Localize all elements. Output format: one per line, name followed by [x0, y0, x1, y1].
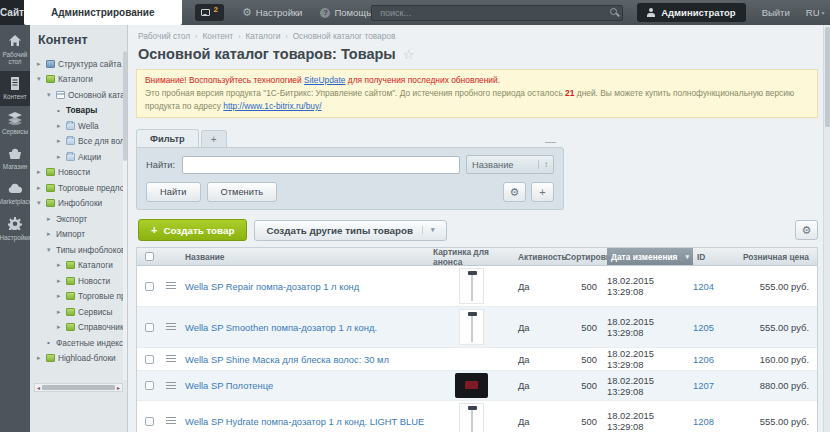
sort-direction-icon[interactable]: ▾	[680, 253, 689, 261]
sidebar-item[interactable]: ▸Справочники	[30, 320, 127, 336]
language-selector[interactable]: RU ▾	[806, 7, 825, 18]
closed-expander-icon[interactable]: ▸	[37, 184, 46, 192]
sidebar-item[interactable]: ▾Инфоблоки	[30, 196, 127, 212]
sidebar-item[interactable]: ▸Структура сайта	[30, 56, 127, 72]
sidebar-item[interactable]: ▸Каталоги	[30, 258, 127, 274]
buy-link[interactable]: http://www.1c-bitrix.ru/buy/	[223, 101, 321, 111]
filter-field-select[interactable]: Название ↕	[466, 155, 554, 174]
tree-vertical-scrollbar[interactable]	[123, 51, 127, 380]
filter-settings-button[interactable]: ⚙	[503, 182, 526, 202]
sidebar-item[interactable]: ▸Экспорт	[30, 211, 127, 227]
row-menu-icon[interactable]	[166, 323, 176, 331]
column-header-date-sorted[interactable]: Дата изменения ▾	[607, 248, 693, 265]
product-name-link[interactable]: Wella SP Repair помпа-дозатор 1 л конд	[185, 281, 359, 292]
closed-expander-icon[interactable]: ▸	[57, 323, 66, 331]
product-name-link[interactable]: Wella SP Shine Маска для блеска волос: 3…	[185, 354, 389, 365]
create-product-button[interactable]: + Создать товар	[138, 219, 247, 241]
breadcrumb-item[interactable]: Рабочий стол	[138, 31, 190, 41]
product-id-link[interactable]: 1206	[693, 354, 714, 365]
column-header-name[interactable]: Название	[181, 248, 429, 265]
closed-expander-icon[interactable]: ▸	[37, 354, 46, 362]
main-vertical-scrollbar[interactable]	[823, 25, 830, 432]
search-input[interactable]	[371, 5, 623, 21]
sidebar-item[interactable]: ▸Торговые предложения	[30, 180, 127, 196]
scrollbar-thumb[interactable]	[123, 51, 127, 161]
product-name-link[interactable]: Wella SP Smoothen помпа-дозатор 1 л конд…	[185, 322, 377, 333]
row-checkbox[interactable]	[145, 381, 154, 390]
product-name-link[interactable]: Wella SP Hydrate помпа-дозатор 1 л конд.…	[185, 416, 424, 427]
closed-expander-icon[interactable]: ▸	[57, 122, 66, 130]
product-name-link[interactable]: Wella SP Полотенце	[185, 380, 273, 391]
filter-tab[interactable]: Фильтр	[136, 129, 199, 147]
product-id-link[interactable]: 1204	[693, 281, 714, 292]
logout-link[interactable]: Выйти	[762, 7, 790, 18]
row-checkbox[interactable]	[145, 355, 154, 364]
scrollbar-thumb[interactable]	[42, 385, 115, 390]
rail-item-gear[interactable]: Настройки	[0, 211, 30, 246]
closed-expander-icon[interactable]: ▸	[57, 292, 66, 300]
closed-expander-icon[interactable]: ▸	[57, 277, 66, 285]
cancel-button[interactable]: Отменить	[207, 182, 277, 202]
user-button[interactable]: Администратор	[637, 3, 746, 22]
breadcrumb-item[interactable]: Контент	[202, 31, 233, 41]
find-button[interactable]: Найти	[146, 182, 201, 202]
siteupdate-link[interactable]: SiteUpdate	[304, 75, 345, 85]
sidebar-item[interactable]: ▸Все для волос	[30, 134, 127, 150]
sidebar-item[interactable]: •Фасетные индексы	[30, 335, 127, 351]
product-id-link[interactable]: 1208	[693, 416, 714, 427]
closed-expander-icon[interactable]: ▸	[47, 215, 56, 223]
closed-expander-icon[interactable]: ▸	[37, 60, 46, 68]
row-menu-icon[interactable]	[166, 382, 176, 390]
closed-expander-icon[interactable]: ▸	[57, 153, 66, 161]
help-menu-item[interactable]: ? Помощь	[320, 7, 371, 18]
sidebar-item[interactable]: ▾Каталоги	[30, 72, 127, 88]
rail-item-layers[interactable]: Сервисы	[0, 106, 30, 141]
sidebar-item[interactable]: ▾Типы инфоблоков	[30, 242, 127, 258]
sidebar-item[interactable]: ▸Акции	[30, 149, 127, 165]
tab-site[interactable]: Сайт	[0, 0, 24, 25]
row-menu-icon[interactable]	[166, 417, 176, 425]
sidebar-item[interactable]: ▸Новости	[30, 273, 127, 289]
column-header-sort[interactable]: Сортировка	[561, 248, 607, 265]
sidebar-item[interactable]: ▸Торговые предложе	[30, 289, 127, 305]
sidebar-item[interactable]: ▸Сервисы	[30, 304, 127, 320]
favorite-star-icon[interactable]: ☆	[403, 47, 415, 62]
sidebar-item[interactable]: ▸Highload-блоки	[30, 351, 127, 367]
closed-expander-icon[interactable]: ▸	[57, 261, 66, 269]
tab-administration[interactable]: Администрирование	[24, 0, 182, 25]
row-checkbox[interactable]	[145, 417, 154, 426]
open-expander-icon[interactable]: ▾	[47, 91, 56, 99]
tree-horizontal-scrollbar[interactable]: ◂ ▸	[34, 383, 123, 392]
sidebar-item[interactable]: ▸Wella	[30, 118, 127, 134]
filter-query-input[interactable]	[182, 156, 460, 174]
column-header-price[interactable]: Розничная цена	[729, 248, 817, 265]
row-checkbox[interactable]	[145, 282, 154, 291]
sidebar-item[interactable]: ▸Импорт	[30, 227, 127, 243]
rail-item-home[interactable]: Рабочий стол	[0, 28, 30, 71]
row-checkbox[interactable]	[145, 323, 154, 332]
open-expander-icon[interactable]: ▾	[37, 199, 46, 207]
closed-expander-icon[interactable]: ▸	[37, 168, 46, 176]
closed-expander-icon[interactable]: ▸	[47, 230, 56, 238]
minimize-filter-button[interactable]: —	[541, 135, 560, 147]
search-icon[interactable]	[610, 8, 617, 15]
rail-item-document[interactable]: Контент	[0, 71, 30, 106]
row-menu-icon[interactable]	[166, 282, 176, 290]
scroll-left-icon[interactable]: ◂	[35, 385, 42, 391]
grid-settings-button[interactable]: ⚙	[795, 220, 818, 240]
sidebar-item[interactable]: ▾Основной каталог това	[30, 87, 127, 103]
closed-expander-icon[interactable]: ▸	[57, 137, 66, 145]
open-expander-icon[interactable]: ▾	[47, 246, 56, 254]
open-expander-icon[interactable]: ▾	[37, 75, 46, 83]
product-id-link[interactable]: 1207	[693, 380, 714, 391]
scrollbar-thumb[interactable]	[825, 27, 830, 127]
product-id-link[interactable]: 1205	[693, 322, 714, 333]
rail-item-basket[interactable]: Магазин	[0, 141, 30, 176]
row-menu-icon[interactable]	[166, 355, 176, 363]
breadcrumb-item[interactable]: Каталоги	[246, 31, 281, 41]
sidebar-item[interactable]: ▸Новости	[30, 165, 127, 181]
rail-item-cloud[interactable]: Marketplace	[0, 176, 30, 211]
create-other-types-button[interactable]: Создать другие типы товаров ▾	[254, 220, 446, 241]
column-header-id[interactable]: ID	[693, 248, 729, 265]
notifications-button[interactable]: 2	[195, 4, 224, 21]
